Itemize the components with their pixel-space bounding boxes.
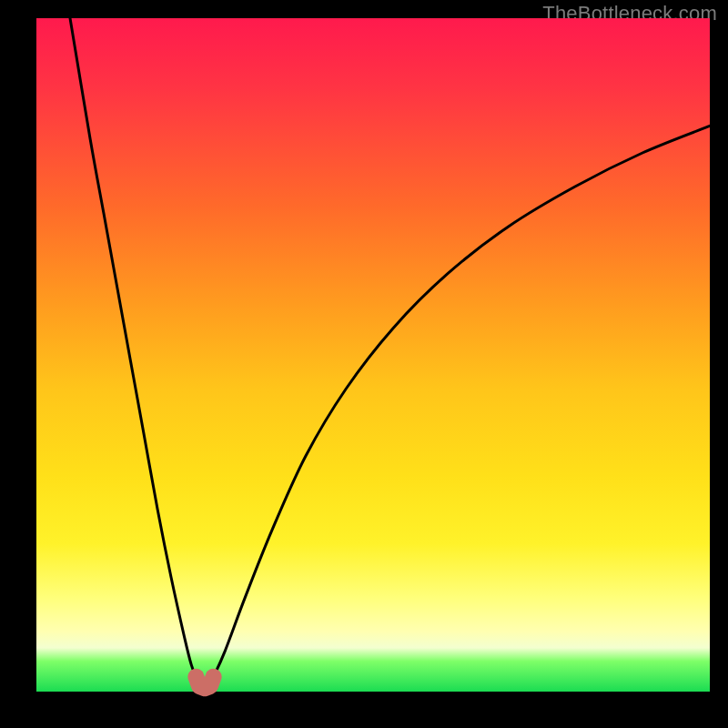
chart-svg — [36, 18, 710, 692]
curve-left-branch — [70, 18, 196, 677]
outer-frame: TheBottleneck.com — [0, 0, 728, 728]
plot-area — [36, 18, 710, 692]
valley-marker — [196, 677, 213, 689]
curve-right-branch — [214, 126, 710, 676]
